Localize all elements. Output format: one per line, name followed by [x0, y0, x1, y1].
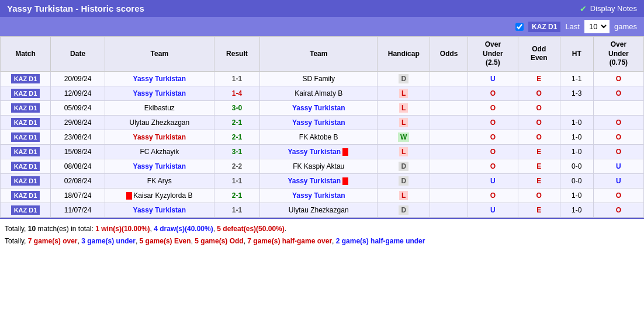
page-title: Yassy Turkistan - Historic scores [7, 4, 144, 13]
outcome-cell: L [378, 100, 430, 115]
odd-even-cell: E [518, 71, 560, 86]
outcome-cell: D [378, 159, 430, 173]
result-cell: 2-1 [214, 115, 260, 130]
over-under-cell: O [468, 130, 518, 144]
match-cell: KAZ D1 [1, 188, 51, 203]
display-notes-toggle[interactable]: ✔ Display Notes [580, 4, 637, 13]
ht-cell: 1-0 [560, 115, 593, 130]
odds-cell [430, 86, 468, 100]
ht-cell: 1-3 [560, 86, 593, 100]
over-under-cell: O [468, 188, 518, 203]
team1-cell: FC Akzhayik [105, 144, 214, 159]
odd-even-cell: E [518, 159, 560, 173]
ht-cell: 1-0 [560, 144, 593, 159]
result-cell: 1-1 [214, 173, 260, 188]
ht-cell: 1-0 [560, 130, 593, 144]
odds-cell [430, 159, 468, 173]
table-row: KAZ D129/08/24Ulytau Zhezkazgan2-1Yassy … [1, 115, 644, 130]
team1-cell: Yassy Turkistan [105, 203, 214, 217]
last-label: Last [565, 22, 580, 31]
match-cell: KAZ D1 [1, 115, 51, 130]
col-ht: HT [560, 37, 593, 72]
col-date: Date [51, 37, 105, 72]
over-under-075-cell: O [593, 71, 643, 86]
scores-table: Match Date Team Result Team Handicap Odd… [0, 36, 644, 218]
date-cell: 11/07/24 [51, 203, 105, 217]
match-cell: KAZ D1 [1, 71, 51, 86]
team2-cell: Yassy Turkistan [260, 115, 378, 130]
over-under-075-cell: O [593, 188, 643, 203]
team1-cell: Yassy Turkistan [105, 159, 214, 173]
table-row: KAZ D118/07/24Kaisar Kyzylorda B2-1Yassy… [1, 188, 644, 203]
team2-cell: FK Kaspiy Aktau [260, 159, 378, 173]
odds-cell [430, 115, 468, 130]
match-cell: KAZ D1 [1, 130, 51, 144]
outcome-cell: L [378, 188, 430, 203]
odd-even-cell: E [518, 203, 560, 217]
col-handicap: Handicap [378, 37, 430, 72]
odds-cell [430, 203, 468, 217]
match-cell: KAZ D1 [1, 100, 51, 115]
odd-even-cell: E [518, 173, 560, 188]
col-over-under-075: OverUnder(0.75) [593, 37, 643, 72]
over-under-075-cell: O [593, 115, 643, 130]
over-under-075-cell: O [593, 144, 643, 159]
date-cell: 05/09/24 [51, 100, 105, 115]
table-row: KAZ D120/09/24Yassy Turkistan1-1SD Famil… [1, 71, 644, 86]
outcome-cell: L [378, 86, 430, 100]
match-cell: KAZ D1 [1, 203, 51, 217]
summary-line1: Totally, 10 match(es) in total: 1 win(s)… [5, 224, 639, 235]
kaz-filter-checkbox[interactable] [515, 23, 524, 31]
odds-cell [430, 100, 468, 115]
team1-cell: Ekibastuz [105, 100, 214, 115]
games-label: games [614, 22, 637, 31]
date-cell: 12/09/24 [51, 86, 105, 100]
date-cell: 18/07/24 [51, 188, 105, 203]
over-under-cell: O [468, 159, 518, 173]
over-under-075-cell [593, 100, 643, 115]
date-cell: 23/08/24 [51, 130, 105, 144]
filter-bar: KAZ D1 Last 10 5 15 20 All games [0, 17, 644, 36]
over-under-cell: O [468, 100, 518, 115]
over-under-cell: O [468, 144, 518, 159]
team2-cell: Yassy Turkistan [260, 100, 378, 115]
outcome-cell: L [378, 115, 430, 130]
table-row: KAZ D105/09/24Ekibastuz3-0Yassy Turkista… [1, 100, 644, 115]
over-under-075-cell: O [593, 86, 643, 100]
table-row: KAZ D115/08/24FC Akzhayik3-1Yassy Turkis… [1, 144, 644, 159]
team1-cell: Yassy Turkistan [105, 86, 214, 100]
result-cell: 2-1 [214, 188, 260, 203]
ht-cell [560, 100, 593, 115]
outcome-cell: W [378, 130, 430, 144]
over-under-cell: U [468, 203, 518, 217]
games-select[interactable]: 10 5 15 20 All [584, 20, 610, 33]
col-odd-even: OddEven [518, 37, 560, 72]
col-match: Match [1, 37, 51, 72]
team1-cell: FK Arys [105, 173, 214, 188]
team1-cell: Yassy Turkistan [105, 130, 214, 144]
odd-even-cell: O [518, 86, 560, 100]
date-cell: 08/08/24 [51, 159, 105, 173]
over-under-cell: O [468, 115, 518, 130]
date-cell: 02/08/24 [51, 173, 105, 188]
result-cell: 3-0 [214, 100, 260, 115]
col-team1: Team [105, 37, 214, 72]
col-over-under-25: OverUnder(2.5) [468, 37, 518, 72]
result-cell: 3-1 [214, 144, 260, 159]
over-under-075-cell: O [593, 130, 643, 144]
col-team2: Team [260, 37, 378, 72]
date-cell: 20/09/24 [51, 71, 105, 86]
table-row: KAZ D108/08/24Yassy Turkistan2-2FK Kaspi… [1, 159, 644, 173]
match-cell: KAZ D1 [1, 86, 51, 100]
team2-cell: Kairat Almaty B [260, 86, 378, 100]
over-under-075-cell: U [593, 159, 643, 173]
kaz-filter-badge: KAZ D1 [528, 22, 560, 32]
summary-section: Totally, 10 match(es) in total: 1 win(s)… [0, 218, 644, 252]
odd-even-cell: O [518, 130, 560, 144]
team2-cell: Yassy Turkistan [260, 173, 378, 188]
odds-cell [430, 173, 468, 188]
odd-even-cell: O [518, 188, 560, 203]
team1-cell: Kaisar Kyzylorda B [105, 188, 214, 203]
outcome-cell: L [378, 144, 430, 159]
table-row: KAZ D123/08/24Yassy Turkistan2-1FK Aktob… [1, 130, 644, 144]
